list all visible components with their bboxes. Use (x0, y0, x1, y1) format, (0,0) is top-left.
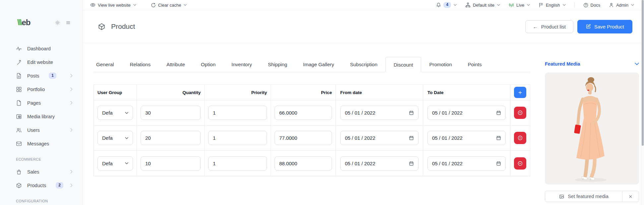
sidebar-item-users[interactable]: Users (0, 123, 83, 137)
table-row-3-cell: 10 (137, 151, 205, 176)
priority-input[interactable]: 1 (208, 131, 267, 145)
theme-sun-icon[interactable] (55, 20, 60, 25)
chevron-down-icon[interactable] (635, 63, 639, 65)
tab-discount[interactable]: Discount (385, 57, 421, 72)
price-input[interactable]: 66.0000 (275, 106, 332, 120)
tab-inventory[interactable]: Inventory (224, 57, 260, 72)
notifications-menu[interactable]: 4 (436, 2, 457, 8)
scrollbar-thumb[interactable] (642, 0, 644, 146)
live-status-menu[interactable]: Live (509, 2, 530, 8)
brand-logo-green: \\\ (17, 18, 22, 27)
sidebar: \\\eb Dashboard Edit website Posts 1 (0, 0, 83, 205)
sidebar-item-portfolio[interactable]: Portfolio (0, 82, 83, 96)
language-menu[interactable]: English (539, 2, 566, 8)
bell-icon (436, 2, 441, 8)
chevron-right-icon (70, 128, 73, 132)
user-group-value: Defa (102, 161, 113, 166)
from-date-input[interactable]: 05 / 01 / 2022 (340, 131, 419, 145)
from-date-input[interactable]: 05 / 01 / 2022 (340, 156, 419, 171)
sidebar-item-edit-website[interactable]: Edit website (0, 55, 83, 69)
quantity-input[interactable]: 20 (141, 131, 201, 145)
to-date-input[interactable]: 05 / 01 / 2022 (427, 156, 506, 171)
tab-shipping[interactable]: Shipping (260, 57, 295, 72)
chevron-down-icon (125, 112, 128, 114)
file-text-icon (16, 73, 22, 79)
sidebar-item-sales[interactable]: Sales (0, 165, 83, 179)
sidebar-item-media-library[interactable]: Media library (0, 110, 83, 123)
user-group-select[interactable]: Defa (97, 131, 133, 145)
quantity-input[interactable]: 10 (141, 156, 201, 171)
package-icon (16, 182, 22, 188)
sidebar-item-label: Products (27, 183, 46, 188)
sidebar-item-label: Edit website (27, 60, 53, 65)
column-header-quantity: Quantity (137, 85, 205, 100)
featured-media-image[interactable] (545, 73, 639, 184)
sidebar-item-posts[interactable]: Posts 1 (0, 69, 83, 82)
user-group-value: Defa (102, 135, 113, 141)
tab-promotion[interactable]: Promotion (421, 57, 460, 72)
docs-link[interactable]: Docs (583, 3, 601, 8)
users-icon (16, 127, 22, 133)
sidebar-item-products[interactable]: Products 2 (0, 179, 83, 192)
sidebar-item-dashboard[interactable]: Dashboard (0, 42, 83, 55)
language-label: English (546, 3, 560, 8)
sidebar-item-messages[interactable]: Messages (0, 137, 83, 150)
calendar-icon (409, 135, 414, 140)
to-date-input[interactable]: 05 / 01 / 2022 (427, 131, 506, 145)
site-selector-menu[interactable]: Default site (465, 2, 500, 8)
from-date-input[interactable]: 05 / 01 / 2022 (340, 106, 419, 120)
sidebar-item-label: Sales (27, 169, 39, 175)
tab-general[interactable]: General (94, 57, 122, 72)
product-list-button[interactable]: ← Product list (525, 20, 573, 33)
brand-logo[interactable]: \\\eb (17, 18, 31, 27)
user-group-select[interactable]: Defa (97, 106, 133, 120)
admin-menu[interactable]: Admin (609, 2, 634, 8)
to-date-input[interactable]: 05 / 01 / 2022 (427, 106, 506, 120)
tab-image-gallery[interactable]: Image Gallery (295, 57, 342, 72)
remove-discount-row-button[interactable] (514, 132, 526, 144)
remove-featured-media-button[interactable] (622, 191, 639, 202)
menu-collapse-icon[interactable] (66, 21, 71, 25)
remove-discount-row-button[interactable] (514, 157, 526, 170)
priority-input[interactable]: 1 (208, 106, 267, 120)
table-row-3-cell (510, 151, 530, 176)
table-row-3-cell: 88.0000 (271, 151, 336, 176)
tab-relations[interactable]: Relations (122, 57, 159, 72)
sidebar-item-pages[interactable]: Pages (0, 96, 83, 110)
calendar-icon (496, 110, 501, 115)
view-live-website-label: View live website (98, 3, 131, 8)
sidebar-item-label: Users (27, 128, 40, 133)
clear-cache-menu[interactable]: Clear cache (151, 3, 187, 8)
table-row-1-cell: 05 / 01 / 2022 (423, 100, 510, 126)
save-product-button[interactable]: Save Product (577, 20, 632, 33)
add-discount-row-button[interactable] (514, 87, 526, 98)
tab-subscription[interactable]: Subscription (342, 57, 385, 72)
quantity-input[interactable]: 30 (141, 106, 201, 120)
set-featured-media-button[interactable]: Set featured media (545, 191, 622, 202)
column-header-to-date: To Date (423, 85, 510, 100)
chevron-down-icon (184, 4, 187, 6)
grid-icon (16, 86, 22, 92)
chevron-down-icon (631, 4, 634, 6)
table-row-2-cell: 05 / 01 / 2022 (336, 126, 423, 151)
products-count-badge: 2 (56, 182, 63, 189)
sidebar-section-ecommerce: ECOMMERCE (0, 157, 83, 161)
user-group-select[interactable]: Defa (97, 156, 133, 171)
priority-input[interactable]: 1 (208, 156, 267, 171)
sidebar-item-label: Dashboard (27, 46, 51, 51)
remove-discount-row-button[interactable] (514, 107, 526, 119)
table-row-1-cell: 1 (205, 100, 271, 126)
tab-attribute[interactable]: Attribute (159, 57, 193, 72)
topbar: View live website Clear cache 4 Defa (83, 0, 644, 10)
help-circle-icon (583, 3, 588, 8)
price-input[interactable]: 77.0000 (275, 131, 332, 145)
price-input[interactable]: 88.0000 (275, 156, 332, 171)
tab-points[interactable]: Points (460, 57, 490, 72)
vertical-scrollbar[interactable] (641, 0, 644, 205)
column-header-user-group: User Group (94, 85, 137, 100)
tab-option[interactable]: Option (193, 57, 224, 72)
column-header-from-date: From date (336, 85, 423, 100)
calendar-icon (409, 161, 414, 166)
view-live-website-menu[interactable]: View live website (90, 2, 136, 8)
chevron-down-icon (133, 4, 136, 6)
